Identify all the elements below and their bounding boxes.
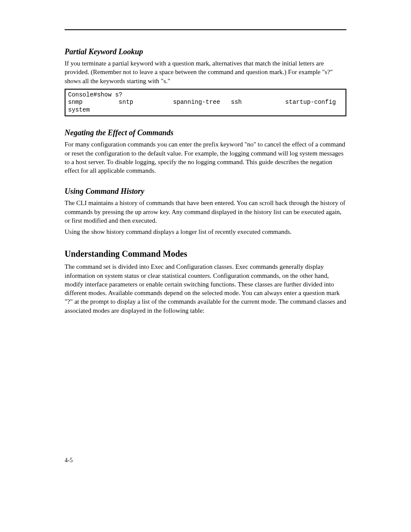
section-title-partial-keyword: Partial Keyword Lookup [65, 47, 346, 56]
paragraph-history-2: Using the show history command displays … [65, 227, 346, 236]
section-title-command-modes: Understanding Command Modes [65, 249, 346, 259]
page-container: Partial Keyword Lookup If you terminate … [0, 0, 411, 490]
page-number: 4-5 [65, 457, 346, 464]
paragraph-history-1: The CLI maintains a history of commands … [65, 199, 346, 225]
paragraph-command-modes: The command set is divided into Exec and… [65, 262, 346, 315]
console-line-1: Console#show s? [68, 91, 122, 98]
header-rule [65, 29, 346, 30]
console-line-2: snmp sntp spanning-tree ssh startup-conf… [68, 99, 336, 106]
section-title-history: Using Command History [65, 187, 346, 196]
paragraph-negating: For many configuration commands you can … [65, 140, 346, 175]
console-output-box: Console#show s? snmp sntp spanning-tree … [65, 89, 346, 117]
console-line-3: system [68, 106, 90, 113]
section-title-negating: Negating the Effect of Commands [65, 128, 346, 137]
paragraph-partial-keyword: If you terminate a partial keyword with … [65, 59, 346, 85]
